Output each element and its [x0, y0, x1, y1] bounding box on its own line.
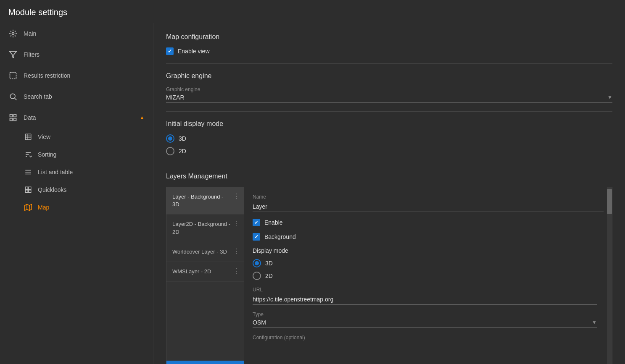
sorting-icon [24, 151, 32, 158]
sidebar-subitem-list-table[interactable]: List and table [0, 163, 153, 181]
svg-marker-23 [25, 204, 32, 211]
layer-detail-panel: Name Enable Background Display mode [244, 187, 612, 364]
sidebar-subitem-map[interactable]: Map [0, 199, 153, 216]
sidebar-subitem-sorting[interactable]: Sorting [0, 146, 153, 163]
sidebar-subitem-quicklooks[interactable]: Quicklooks [0, 181, 153, 199]
detail-name-label: Name [253, 194, 604, 200]
dashed-square-icon [8, 71, 18, 80]
svg-line-4 [15, 98, 17, 100]
svg-rect-8 [14, 118, 16, 121]
layer-wmslayer-menu-icon[interactable]: ⋮ [233, 267, 240, 275]
layers-container: Layer - Background - 3D ⋮ Layer2D - Back… [166, 187, 612, 364]
radio-2d-btn[interactable] [166, 147, 174, 155]
sidebar-item-filters-label: Filters [24, 51, 145, 58]
layer-item-wmslayer-name: WMSLayer - 2D [172, 268, 230, 275]
detail-radio-2d-btn[interactable] [253, 272, 261, 280]
detail-url-label: URL [253, 287, 604, 293]
main-content: Map configuration Enable view Graphic en… [153, 23, 625, 364]
map-config-title: Map configuration [166, 33, 612, 41]
radio-3d-btn[interactable] [166, 134, 174, 143]
graphic-engine-label: Graphic engine [166, 86, 612, 92]
detail-mode-3d-radio[interactable]: 3D [253, 259, 604, 267]
sidebar-item-main-label: Main [24, 30, 145, 37]
detail-mode-3d-label: 3D [265, 260, 273, 267]
divider-2 [166, 111, 612, 112]
layer-bg-2d-menu-icon[interactable]: ⋮ [233, 220, 240, 228]
svg-rect-5 [10, 115, 13, 117]
detail-display-mode-title: Display mode [253, 247, 604, 254]
layer-item-worldcover[interactable]: Worldcover Layer - 3D ⋮ [166, 242, 244, 262]
svg-rect-2 [10, 73, 16, 79]
app-container: Module settings Main [0, 0, 625, 364]
detail-mode-2d-radio[interactable]: 2D [253, 272, 604, 280]
type-dropdown-arrow-icon: ▼ [592, 319, 597, 325]
data-icon [8, 113, 18, 122]
sidebar-item-search-tab[interactable]: Search tab [0, 86, 153, 107]
sidebar-item-results-restriction-label: Results restriction [24, 72, 145, 79]
initial-display-title: Initial display mode [166, 120, 612, 128]
detail-name-input[interactable] [253, 202, 604, 212]
detail-enable-checkbox[interactable] [253, 219, 260, 226]
detail-radio-3d-btn[interactable] [253, 259, 261, 267]
sidebar-subitem-view-label: View [38, 134, 50, 140]
display-3d-label: 3D [179, 135, 186, 142]
graphic-engine-select[interactable]: MIZAR ▼ [166, 94, 612, 103]
sidebar-subitem-map-label: Map [38, 204, 49, 211]
search-icon [8, 92, 18, 101]
sidebar-item-filters[interactable]: Filters [0, 44, 153, 65]
detail-url-input[interactable] [253, 294, 597, 305]
sidebar-subitem-quicklooks-label: Quicklooks [38, 186, 66, 193]
scrollbar-thumb [607, 189, 612, 214]
view-icon [24, 133, 32, 141]
enable-view-label: Enable view [178, 48, 210, 55]
layer-item-bg-2d-name: Layer2D - Background - 2D [172, 220, 230, 236]
filter-icon [8, 50, 18, 59]
list-icon [24, 168, 32, 176]
main-layout: Main Filters Results restriction [0, 23, 625, 364]
sidebar-item-main[interactable]: Main [0, 23, 153, 44]
enable-view-row: Enable view [166, 47, 612, 55]
sidebar-item-data[interactable]: Data ▲ [0, 107, 153, 128]
enable-view-checkbox[interactable] [166, 47, 174, 55]
display-3d-radio[interactable]: 3D [166, 134, 612, 143]
divider-3 [166, 164, 612, 164]
detail-scrollbar[interactable] [607, 187, 612, 364]
sidebar-item-data-label: Data [24, 114, 134, 121]
detail-background-checkbox[interactable] [253, 233, 260, 241]
layers-list: Layer - Background - 3D ⋮ Layer2D - Back… [166, 187, 244, 364]
layer-item-bg-2d[interactable]: Layer2D - Background - 2D ⋮ [166, 215, 244, 242]
layer-item-bg-3d[interactable]: Layer - Background - 3D ⋮ [166, 187, 244, 215]
sidebar-subitem-view[interactable]: View [0, 128, 153, 146]
sidebar-subitem-list-table-label: List and table [38, 169, 73, 175]
layer-worldcover-menu-icon[interactable]: ⋮ [233, 247, 240, 255]
detail-type-value: OSM [253, 319, 592, 326]
graphic-engine-value: MIZAR [166, 94, 607, 101]
svg-rect-22 [29, 190, 31, 193]
layer-item-worldcover-name: Worldcover Layer - 3D [172, 248, 230, 256]
divider-1 [166, 63, 612, 64]
sidebar-item-results-restriction[interactable]: Results restriction [0, 65, 153, 86]
svg-rect-19 [25, 187, 28, 189]
map-icon [24, 204, 32, 211]
gear-icon [8, 29, 18, 38]
add-layer-button[interactable]: + ADD [166, 361, 244, 364]
svg-rect-6 [14, 115, 16, 117]
sidebar-item-search-tab-label: Search tab [24, 93, 145, 100]
display-2d-label: 2D [179, 148, 186, 155]
detail-type-select[interactable]: OSM ▼ [253, 319, 597, 328]
svg-point-3 [10, 94, 15, 99]
detail-mode-2d-label: 2D [265, 272, 273, 279]
detail-enable-label: Enable [264, 219, 283, 226]
display-2d-radio[interactable]: 2D [166, 147, 612, 155]
layer-bg-3d-menu-icon[interactable]: ⋮ [233, 192, 240, 200]
detail-enable-row: Enable [253, 219, 604, 226]
svg-point-0 [12, 33, 14, 35]
page-title: Module settings [0, 0, 625, 23]
graphic-engine-title: Graphic engine [166, 72, 612, 80]
dropdown-arrow-icon: ▼ [607, 94, 612, 100]
detail-background-label: Background [264, 233, 296, 240]
layers-title: Layers Management [166, 173, 612, 180]
svg-rect-9 [25, 134, 31, 140]
layer-item-wmslayer[interactable]: WMSLayer - 2D ⋮ [166, 262, 244, 282]
detail-display-radio-group: 3D 2D [253, 259, 604, 280]
